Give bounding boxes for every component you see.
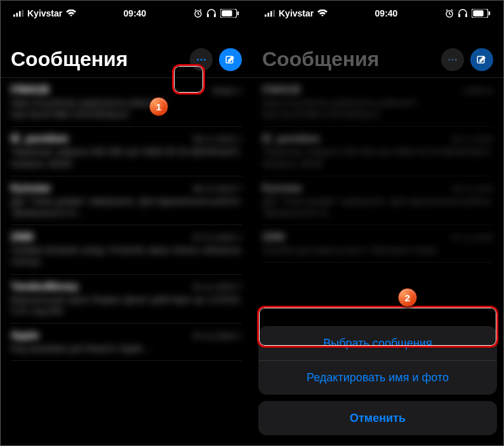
sheet-cancel[interactable]: Отменить <box>258 401 497 435</box>
svg-point-10 <box>197 58 199 60</box>
alarm-icon <box>445 9 454 18</box>
battery-icon <box>472 9 491 18</box>
msg-date: 08.11.2019 <box>452 184 493 193</box>
svg-rect-9 <box>237 11 239 15</box>
chevron-icon <box>237 283 242 291</box>
svg-rect-1 <box>16 13 18 16</box>
chevron-icon <box>237 185 242 192</box>
msg-date: 07.11.2019 <box>452 233 493 242</box>
svg-rect-14 <box>265 15 267 17</box>
msg-date: 07.11.2019 <box>193 331 234 341</box>
msg-date: вчера <box>212 86 234 95</box>
message-item: 258607.11.2019 Ошибка доставки услуги. П… <box>262 225 493 263</box>
battery-icon <box>220 9 239 18</box>
more-button[interactable] <box>441 48 464 71</box>
action-sheet: Выбрать сообщения Редактировать имя и фо… <box>258 326 497 435</box>
msg-preview: Дію "Тижні довіри" завершено. Для віднов… <box>262 195 493 218</box>
msg-preview: Oshibka dostavki uslugi. Povtorite zakaz… <box>11 244 242 267</box>
svg-rect-22 <box>473 10 483 16</box>
compose-button[interactable] <box>470 48 493 71</box>
message-item: FINHUBсуббота https://my.finhub.ua/photo… <box>262 78 493 127</box>
svg-rect-5 <box>207 14 209 17</box>
msg-sender: 2586 <box>11 232 34 243</box>
message-item[interactable]: FINHUBвчера https://my.finhub.ua/photo/n… <box>11 78 242 127</box>
page-title: Сообщения <box>11 48 183 71</box>
msg-sender: YandexMoney <box>11 281 79 292</box>
alarm-icon <box>194 9 202 18</box>
svg-point-26 <box>455 58 457 60</box>
headphones-icon <box>206 9 216 18</box>
svg-point-24 <box>448 58 450 60</box>
msg-sender: FINHUB <box>11 84 49 96</box>
chevron-icon <box>237 234 242 242</box>
chevron-icon <box>237 332 242 339</box>
carrier-label: Kyivstar <box>27 8 62 18</box>
page-title: Сообщения <box>262 48 435 71</box>
msg-date: 09.11.2019 <box>452 134 493 144</box>
msg-sender: Kyivstar <box>11 183 51 194</box>
msg-preview: Терміново забрати 350 000 грн! 0800 30 3… <box>262 146 493 169</box>
wifi-icon <box>66 10 76 17</box>
msg-preview: Дію "Тижні довіри" завершено. Для віднов… <box>11 195 242 218</box>
svg-rect-19 <box>458 14 460 17</box>
msg-preview: https://my.finhub.ua/photo/na-webcam?key… <box>262 97 493 120</box>
more-button[interactable] <box>190 48 213 71</box>
status-bar: Kyivstar 09:40 <box>252 1 503 22</box>
signal-icon <box>265 10 275 17</box>
chevron-icon <box>237 87 242 95</box>
message-item[interactable]: IE_povidom09.11.2019 Терміново забрати 3… <box>11 127 242 176</box>
msg-date: 09.11.2019 <box>193 134 234 144</box>
sheet-edit-name-photo[interactable]: Редактировать имя и фото <box>258 360 497 395</box>
msg-preview: Код проверки для Вашего Apple ... <box>11 343 242 354</box>
clock: 09:40 <box>124 8 147 18</box>
message-item: IE_povidom09.11.2019 Терміново забрати 3… <box>262 127 493 176</box>
svg-rect-20 <box>465 14 467 17</box>
svg-rect-8 <box>222 10 232 16</box>
msg-date: 08.11.2019 <box>193 184 234 193</box>
chevron-icon <box>237 136 242 143</box>
phone-right: Kyivstar 09:40 Сообщения FINHUBсуббота h <box>252 1 503 445</box>
msg-preview: Терміново забрати 350 000 грн! 0800 30 3… <box>11 146 242 169</box>
msg-preview: Ошибка доставки услуги. Повторите заказ <box>262 244 493 256</box>
msg-sender: Kyivstar <box>262 183 302 194</box>
svg-rect-15 <box>267 13 269 16</box>
signal-icon <box>13 10 23 17</box>
msg-sender: IE_povidom <box>11 133 69 145</box>
headphones-icon <box>458 9 468 18</box>
compose-button[interactable] <box>219 48 242 71</box>
messages-list: FINHUBвчера https://my.finhub.ua/photo/n… <box>1 78 252 361</box>
svg-rect-6 <box>214 14 216 17</box>
svg-rect-23 <box>489 11 490 15</box>
phone-left: Kyivstar 09:40 Сообщения FINHUBвчера htt <box>1 1 252 445</box>
clock: 09:40 <box>375 8 398 18</box>
message-item[interactable]: Apple07.11.2019 Код проверки для Вашего … <box>11 324 242 361</box>
svg-rect-16 <box>270 11 272 16</box>
header: Сообщения <box>1 22 252 78</box>
messages-list: FINHUBсуббота https://my.finhub.ua/photo… <box>252 78 503 263</box>
msg-sender: Apple <box>11 330 39 341</box>
message-item[interactable]: YandexMoney01.11.2019 Виртуальная карта … <box>11 275 242 324</box>
msg-preview: Виртуальная карта Яндекс Денег действует… <box>11 294 242 317</box>
msg-sender: IE_povidom <box>262 133 320 145</box>
svg-point-25 <box>452 58 454 60</box>
msg-date: суббота <box>463 86 493 95</box>
carrier-label: Kyivstar <box>279 8 314 18</box>
message-item[interactable]: Kyivstar08.11.2019 Дію "Тижні довіри" за… <box>11 176 242 225</box>
svg-point-11 <box>201 58 202 60</box>
msg-preview: https://my.finhub.ua/photo/na-webcam?key… <box>11 97 242 120</box>
status-bar: Kyivstar 09:40 <box>1 1 252 22</box>
message-item[interactable]: 258607.11.2019 Oshibka dostavki uslugi. … <box>11 225 242 274</box>
header: Сообщения <box>252 22 503 78</box>
svg-rect-17 <box>273 10 275 17</box>
svg-rect-0 <box>13 15 15 17</box>
msg-date: 01.11.2019 <box>193 282 234 292</box>
msg-date: 07.11.2019 <box>193 233 234 242</box>
svg-rect-2 <box>19 11 21 16</box>
message-item: Kyivstar08.11.2019 Дію "Тижні довіри" за… <box>262 176 493 225</box>
wifi-icon <box>317 10 328 17</box>
msg-sender: 2586 <box>262 232 285 243</box>
sheet-select-messages[interactable]: Выбрать сообщения <box>258 326 497 360</box>
msg-sender: FINHUB <box>262 84 300 96</box>
svg-point-12 <box>204 58 206 60</box>
svg-rect-3 <box>22 10 23 17</box>
